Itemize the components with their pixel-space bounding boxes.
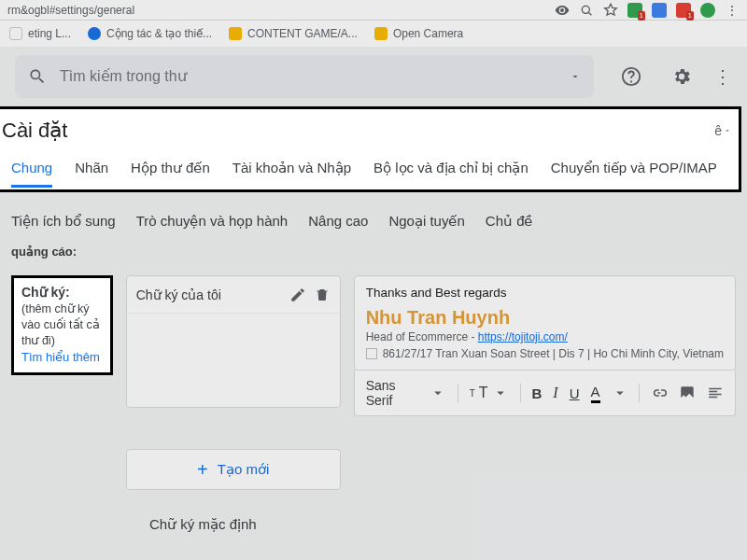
signature-section: Chữ ký: (thêm chữ ký vào cuối tất cả thư… [0, 266, 747, 499]
gear-icon[interactable] [663, 58, 700, 95]
tab-labels[interactable]: Nhãn [75, 152, 108, 188]
signature-greeting: Thanks and Best regards [366, 286, 724, 300]
pencil-icon[interactable] [289, 287, 306, 303]
underline-button[interactable]: U [570, 385, 580, 401]
help-icon[interactable] [613, 58, 650, 95]
tab-general[interactable]: Chung [11, 152, 52, 188]
svg-point-0 [582, 6, 589, 13]
text-color-button[interactable]: A [591, 384, 600, 403]
separator [639, 384, 640, 402]
app-bar: ⋮ [0, 47, 747, 106]
bookmark-item[interactable]: eting L... [9, 27, 71, 40]
signature-item-name: Chữ ký của tôi [136, 287, 282, 302]
align-icon[interactable] [707, 385, 724, 401]
input-language-indicator[interactable]: ê [714, 123, 731, 138]
image-icon[interactable] [679, 385, 696, 401]
more-icon[interactable]: ⋮ [713, 65, 732, 88]
bookmark-item[interactable]: Open Camera [374, 27, 463, 40]
signature-list-column: Chữ ký của tôi + Tạo mới [126, 275, 341, 490]
signature-name: Nhu Tran Huynh [366, 307, 724, 329]
search-box[interactable] [15, 55, 594, 98]
create-signature-button[interactable]: + Tạo mới [126, 449, 341, 490]
font-family-select[interactable]: Sans Serif [366, 378, 446, 408]
tab-filters[interactable]: Bộ lọc và địa chỉ bị chặn [374, 152, 529, 188]
extension-blue-icon[interactable] [652, 3, 667, 18]
settings-title: Cài đặt [2, 119, 67, 143]
bookmark-item[interactable]: CONTENT GAME/A... [229, 27, 358, 40]
tab-accounts[interactable]: Tài khoản và Nhập [233, 152, 351, 188]
previous-section-cutoff: quảng cáo: [0, 245, 747, 266]
extension-dot-icon[interactable] [700, 3, 715, 18]
zoom-icon[interactable] [579, 3, 594, 18]
italic-button[interactable]: I [553, 385, 557, 401]
tab-inbox[interactable]: Hộp thư đến [131, 152, 210, 188]
learn-more-link[interactable]: Tìm hiểu thêm [21, 349, 105, 366]
bold-button[interactable]: B [532, 385, 543, 401]
menu-vertical-icon[interactable]: ⋮ [725, 3, 740, 18]
tab-chat[interactable]: Trò chuyện và họp hành [136, 205, 289, 239]
settings-subtabs: Tiện ích bổ sung Trò chuyện và họp hành … [0, 192, 747, 245]
extension-red-icon[interactable] [676, 3, 691, 18]
font-size-select[interactable]: TT [470, 385, 509, 401]
caret-down-icon[interactable] [570, 71, 581, 82]
trash-icon[interactable] [314, 287, 331, 303]
star-icon[interactable] [603, 3, 618, 18]
tab-offline[interactable]: Ngoại tuyến [388, 205, 464, 239]
tab-forwarding[interactable]: Chuyển tiếp và POP/IMAP [551, 152, 717, 188]
search-input[interactable] [60, 68, 557, 85]
signature-hint: (thêm chữ ký vào cuối tất cả thư đi) [21, 301, 105, 349]
eye-icon[interactable] [555, 3, 570, 18]
plus-icon: + [197, 459, 208, 481]
signature-label-box: Chữ ký: (thêm chữ ký vào cuối tất cả thư… [11, 275, 113, 375]
settings-tabs: Chung Nhãn Hộp thư đến Tài khoản và Nhập… [0, 152, 739, 189]
signature-role-link[interactable]: https://tojitoji.com/ [478, 330, 568, 343]
signature-editor[interactable]: Thanks and Best regards Nhu Tran Huynh H… [354, 275, 736, 371]
settings-title-row: Cài đặt ê [0, 109, 739, 152]
signature-item[interactable]: Chữ ký của tôi [127, 276, 340, 314]
browser-actions: ⋮ [555, 3, 740, 18]
browser-url-bar: rm&ogbl#settings/general ⋮ [0, 0, 747, 21]
settings-header-card: Cài đặt ê Chung Nhãn Hộp thư đến Tài kho… [0, 106, 741, 192]
separator [520, 384, 521, 402]
tab-addons[interactable]: Tiện ích bổ sung [11, 205, 116, 239]
signature-role: Head of Ecommerce - https://tojitoji.com… [366, 330, 724, 343]
svg-line-1 [589, 12, 592, 15]
extension-green-icon[interactable] [627, 3, 642, 18]
link-icon[interactable] [651, 385, 668, 401]
bookmarks-bar: eting L... Cộng tác & tạo thiế... CONTEN… [0, 21, 747, 47]
bookmark-item[interactable]: Cộng tác & tạo thiế... [88, 27, 212, 40]
search-icon [28, 67, 47, 86]
signature-heading: Chữ ký: [21, 284, 105, 301]
format-toolbar: Sans Serif TT B I U A [354, 371, 736, 416]
tab-advanced[interactable]: Nâng cao [308, 205, 368, 239]
url-fragment: rm&ogbl#settings/general [7, 4, 555, 17]
signature-editor-column: Thanks and Best regards Nhu Tran Huynh H… [354, 275, 736, 416]
signature-list: Chữ ký của tôi [126, 275, 341, 408]
signature-address: 861/27/17 Tran Xuan Soan Street | Dis 7 … [366, 347, 724, 360]
separator [458, 384, 458, 402]
tab-themes[interactable]: Chủ đề [486, 205, 533, 239]
chevron-down-icon[interactable] [612, 385, 628, 401]
default-signature-heading: Chữ ký mặc định [0, 499, 747, 533]
